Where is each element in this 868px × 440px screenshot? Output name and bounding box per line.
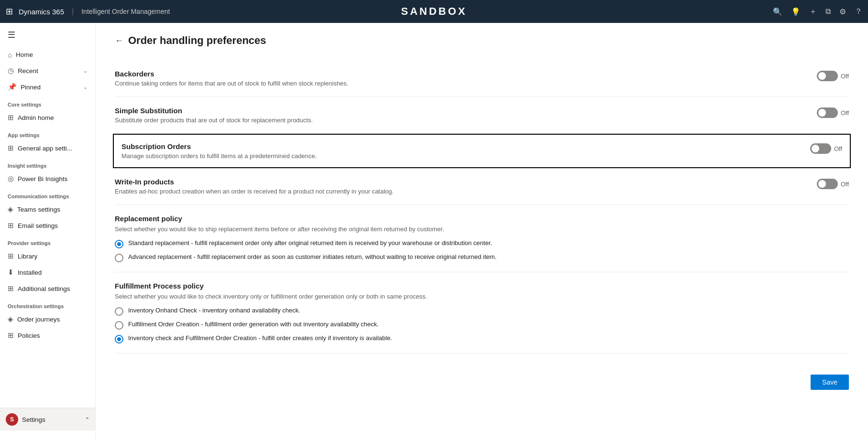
- sidebar-item-installed[interactable]: ⬇ Installed: [0, 264, 95, 280]
- subscription-orders-title: Subscription Orders: [121, 142, 801, 150]
- sidebar-item-pinned-label: Pinned: [21, 84, 41, 91]
- sidebar-item-teams[interactable]: ◈ Teams settings: [0, 201, 95, 217]
- sidebar-item-policies-label: Policies: [18, 332, 40, 339]
- sidebar-scroll: ☰ ⌂ Home ◷ Recent ⌄ 📌 Pinned ⌄ Core sett…: [0, 23, 95, 408]
- sidebar-item-library-label: Library: [18, 253, 37, 260]
- radio-option-fulfillment-order: Fulfillment Order Creation - fulfillment…: [115, 321, 849, 330]
- library-icon: ⊞: [8, 252, 14, 260]
- back-button[interactable]: ←: [115, 36, 123, 46]
- additional-icon: ⊞: [8, 284, 14, 293]
- backorders-desc: Continue taking orders for items that ar…: [115, 80, 807, 87]
- filter-icon[interactable]: ⧉: [825, 7, 831, 16]
- sidebar-item-email-label: Email settings: [18, 222, 58, 229]
- email-icon: ⊞: [8, 221, 14, 230]
- section-label-communication: Communication settings: [0, 187, 95, 201]
- simple-substitution-text: Simple Substitution Substitute order pro…: [115, 107, 817, 124]
- power-bi-icon: ◎: [8, 174, 14, 183]
- help-icon[interactable]: ？: [855, 7, 862, 17]
- write-in-section: Write-In products Enables ad-hoc product…: [115, 168, 849, 205]
- search-icon[interactable]: 🔍: [773, 7, 782, 16]
- content-area: ← Order handling preferences Backorders …: [96, 23, 868, 440]
- simple-substitution-toggle-label: Off: [841, 109, 849, 117]
- nav-divider: |: [72, 7, 74, 16]
- sidebar-settings-label: Settings: [22, 416, 45, 423]
- sidebar-item-admin-home[interactable]: ⊞ Admin home: [0, 109, 95, 126]
- sidebar-item-order-journeys[interactable]: ◈ Order journeys: [0, 311, 95, 327]
- fulfillment-process-desc: Select whether you would like to check i…: [115, 293, 849, 300]
- section-label-core: Core settings: [0, 95, 95, 109]
- radio-btn-fulfillment-order[interactable]: [115, 321, 123, 330]
- admin-home-icon: ⊞: [8, 113, 14, 122]
- write-in-text: Write-In products Enables ad-hoc product…: [115, 178, 817, 195]
- sidebar-item-library[interactable]: ⊞ Library: [0, 248, 95, 264]
- replacement-policy-title: Replacement policy: [115, 215, 849, 223]
- main-layout: ☰ ⌂ Home ◷ Recent ⌄ 📌 Pinned ⌄ Core sett…: [0, 23, 868, 440]
- sidebar-item-settings[interactable]: S Settings ⌃: [0, 408, 95, 430]
- simple-substitution-row: Simple Substitution Substitute order pro…: [115, 107, 849, 124]
- subscription-orders-toggle-label: Off: [834, 145, 842, 152]
- sidebar-item-power-bi[interactable]: ◎ Power Bi Insights: [0, 171, 95, 187]
- sidebar-item-additional-label: Additional settings: [18, 285, 70, 292]
- backorders-title: Backorders: [115, 70, 807, 78]
- order-journeys-icon: ◈: [8, 315, 13, 323]
- page-title: Order handling preferences: [128, 34, 266, 47]
- radio-label-fulfillment-order: Fulfillment Order Creation - fulfillment…: [128, 321, 379, 328]
- write-in-desc: Enables ad-hoc product creation when an …: [115, 188, 807, 195]
- sidebar-item-additional[interactable]: ⊞ Additional settings: [0, 280, 95, 297]
- backorders-toggle[interactable]: [817, 71, 838, 81]
- radio-btn-standard[interactable]: [115, 240, 123, 248]
- write-in-toggle-label: Off: [841, 181, 849, 188]
- sidebar-item-email[interactable]: ⊞ Email settings: [0, 217, 95, 234]
- radio-label-inventory-onhand: Inventory Onhand Check - inventory onhan…: [128, 307, 300, 314]
- sidebar-item-recent[interactable]: ◷ Recent ⌄: [0, 63, 95, 79]
- teams-icon: ◈: [8, 205, 13, 214]
- section-label-orchestration: Orchestration settings: [0, 297, 95, 311]
- sidebar-item-order-journeys-label: Order journeys: [17, 316, 60, 323]
- general-app-icon: ⊞: [8, 144, 14, 152]
- page-header: ← Order handling preferences: [115, 34, 849, 47]
- sidebar-item-admin-home-label: Admin home: [18, 114, 54, 121]
- simple-substitution-toggle-wrap: Off: [817, 107, 849, 118]
- subscription-orders-row: Subscription Orders Manage subscription …: [121, 142, 842, 160]
- avatar: S: [6, 413, 18, 426]
- radio-btn-inventory-fulfillment[interactable]: [115, 335, 123, 343]
- recent-icon: ◷: [8, 66, 14, 75]
- top-nav-right: 🔍 💡 ＋ ⧉ ⚙ ？: [773, 7, 862, 17]
- subscription-orders-toggle[interactable]: [810, 143, 831, 154]
- radio-label-standard: Standard replacement - fulfill replaceme…: [128, 239, 492, 247]
- simple-substitution-toggle[interactable]: [817, 107, 838, 118]
- save-button-wrap: Save: [115, 367, 849, 390]
- replacement-policy-desc: Select whether you would like to ship re…: [115, 225, 849, 233]
- sidebar-wrapper: ☰ ⌂ Home ◷ Recent ⌄ 📌 Pinned ⌄ Core sett…: [0, 23, 95, 430]
- write-in-title: Write-In products: [115, 178, 807, 186]
- hamburger-icon[interactable]: ☰: [0, 23, 95, 47]
- plus-icon[interactable]: ＋: [809, 7, 817, 17]
- fulfillment-radio-group: Inventory Onhand Check - inventory onhan…: [115, 307, 849, 343]
- sidebar-item-pinned[interactable]: 📌 Pinned ⌄: [0, 79, 95, 95]
- fulfillment-process-title: Fulfillment Process policy: [115, 282, 849, 290]
- section-label-insight: Insight settings: [0, 156, 95, 171]
- settings-icon[interactable]: ⚙: [839, 7, 846, 16]
- sidebar-item-home[interactable]: ⌂ Home: [0, 47, 95, 63]
- sidebar-item-general-app[interactable]: ⊞ General app setti...: [0, 140, 95, 156]
- app-name: Dynamics 365: [19, 8, 64, 16]
- lightbulb-icon[interactable]: 💡: [791, 7, 801, 16]
- write-in-toggle[interactable]: [817, 179, 838, 189]
- radio-label-advanced: Advanced replacement - fulfill replaceme…: [128, 253, 496, 260]
- waffle-icon[interactable]: ⊞: [6, 6, 13, 17]
- save-button[interactable]: Save: [811, 375, 849, 390]
- radio-label-inventory-fulfillment: Inventory check and Fulfillment Order Cr…: [128, 334, 392, 342]
- simple-substitution-desc: Substitute order products that are out o…: [115, 117, 807, 124]
- backorders-section: Backorders Continue taking orders for it…: [115, 60, 849, 97]
- sandbox-title: SANDBOX: [401, 5, 467, 18]
- installed-icon: ⬇: [8, 268, 14, 277]
- subscription-orders-text: Subscription Orders Manage subscription …: [121, 142, 810, 160]
- subscription-orders-toggle-wrap: Off: [810, 143, 842, 154]
- subscription-orders-desc: Manage subscription orders to fulfill it…: [121, 152, 801, 160]
- fulfillment-process-section: Fulfillment Process policy Select whethe…: [115, 272, 849, 354]
- radio-btn-inventory-onhand[interactable]: [115, 307, 123, 316]
- radio-btn-advanced[interactable]: [115, 254, 123, 262]
- radio-option-advanced: Advanced replacement - fulfill replaceme…: [115, 253, 849, 262]
- top-nav-left: ⊞ Dynamics 365 | Intelligent Order Manag…: [6, 6, 170, 17]
- sidebar-item-policies[interactable]: ⊞ Policies: [0, 327, 95, 343]
